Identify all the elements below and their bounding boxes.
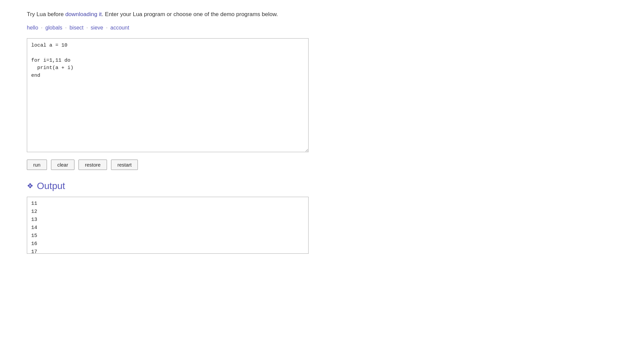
separator-4: · — [106, 25, 109, 31]
intro-text: Try Lua before downloading it. Enter you… — [27, 10, 617, 19]
output-box: 11 12 13 14 15 16 17 18 — [27, 197, 309, 254]
demo-link-hello[interactable]: hello — [27, 25, 38, 31]
separator-1: · — [41, 25, 44, 31]
output-title: Output — [37, 181, 65, 191]
restart-button[interactable]: restart — [111, 160, 138, 170]
demo-link-account[interactable]: account — [110, 25, 129, 31]
restore-button[interactable]: restore — [78, 160, 107, 170]
demo-link-sieve[interactable]: sieve — [91, 25, 103, 31]
run-button[interactable]: run — [27, 160, 47, 170]
separator-3: · — [86, 25, 89, 31]
demo-links: hello · globals · bisect · sieve · accou… — [27, 25, 617, 31]
clear-button[interactable]: clear — [51, 160, 75, 170]
separator-2: · — [65, 25, 68, 31]
output-heading: ❖ Output — [27, 181, 617, 191]
demo-link-bisect[interactable]: bisect — [69, 25, 84, 31]
intro-after-link: . Enter your Lua program or choose one o… — [102, 11, 278, 17]
demo-link-globals[interactable]: globals — [45, 25, 62, 31]
intro-before-link: Try Lua before — [27, 11, 65, 17]
button-row: run clear restore restart — [27, 160, 617, 170]
download-link[interactable]: downloading it — [65, 11, 102, 17]
diamond-icon: ❖ — [27, 182, 34, 190]
output-content: 11 12 13 14 15 16 17 18 — [31, 200, 304, 254]
code-editor[interactable]: local a = 10 for i=1,11 do print(a + i) … — [27, 38, 309, 152]
output-section: ❖ Output 11 12 13 14 15 16 17 18 — [27, 181, 617, 254]
